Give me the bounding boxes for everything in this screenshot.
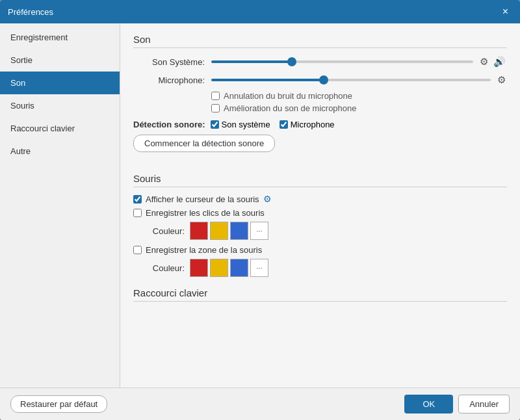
cursor-settings-icon[interactable]: ⚙: [263, 194, 272, 204]
sidebar-item-son[interactable]: Son: [0, 72, 120, 94]
color-more-button-2[interactable]: ···: [250, 259, 268, 277]
system-sound-icons: ⚙ 🔊: [478, 55, 507, 69]
microphone-check: Microphone: [280, 120, 335, 129]
system-sound-label: Son Système:: [133, 57, 205, 67]
footer-right: OK Annuler: [404, 395, 510, 413]
close-button[interactable]: ×: [499, 5, 512, 18]
color-more-button-1[interactable]: ···: [250, 222, 268, 240]
preferences-dialog: Préférences × Enregistrement Sortie Son …: [0, 0, 520, 420]
sidebar-item-raccourci[interactable]: Raccourci clavier: [0, 117, 120, 140]
mic-enhance-row: Amélioration du son de microphone: [211, 103, 507, 113]
son-section-title: Son: [133, 34, 507, 48]
show-cursor-label: Afficher le curseur de la souris: [146, 194, 259, 204]
system-sound-row: Son Système: ⚙ 🔊: [133, 55, 507, 69]
dialog-footer: Restaurer par défaut OK Annuler: [0, 387, 520, 420]
start-detection-button[interactable]: Commencer la détection sonore: [133, 135, 275, 152]
record-zone-checkbox[interactable]: [133, 246, 142, 254]
son-systeme-check: Son système: [211, 120, 270, 129]
dialog-title: Préférences: [8, 7, 53, 17]
color-swatch-red-2[interactable]: [190, 259, 208, 277]
cancel-button[interactable]: Annuler: [458, 395, 510, 413]
system-sound-slider-container: ⚙ 🔊: [211, 55, 507, 69]
record-zone-row: Enregistrer la zone de la souris: [133, 245, 507, 255]
ok-button[interactable]: OK: [404, 395, 453, 413]
color-swatch-yellow-2[interactable]: [210, 259, 228, 277]
microphone-settings-icon[interactable]: ⚙: [496, 73, 507, 87]
noise-cancel-label: Annulation du bruit du microphone: [224, 91, 352, 101]
show-cursor-row: Afficher le curseur de la souris ⚙: [133, 194, 507, 204]
content-area: Son Son Système: ⚙ 🔊 Microphone:: [120, 23, 520, 387]
color-label-2: Couleur:: [149, 263, 185, 273]
detection-label: Détection sonore:: [133, 120, 205, 129]
det-son-label: Son système: [222, 120, 270, 129]
color-row-2: Couleur: ···: [149, 259, 507, 277]
color-swatch-blue-2[interactable]: [230, 259, 248, 277]
mic-enhance-checkbox[interactable]: [211, 104, 220, 112]
microphone-icons: ⚙: [496, 73, 507, 87]
record-clicks-row: Enregistrer les clics de la souris: [133, 208, 507, 218]
noise-cancel-checkbox[interactable]: [211, 92, 220, 100]
record-clicks-label: Enregistrer les clics de la souris: [146, 208, 265, 218]
sidebar: Enregistrement Sortie Son Souris Raccour…: [0, 23, 120, 387]
raccourci-section-title: Raccourci clavier: [133, 287, 507, 302]
record-zone-label: Enregistrer la zone de la souris: [146, 245, 262, 255]
system-sound-settings-icon[interactable]: ⚙: [478, 55, 489, 69]
det-mic-label: Microphone: [291, 120, 335, 129]
restore-button[interactable]: Restaurer par défaut: [10, 395, 107, 413]
noise-cancel-row: Annulation du bruit du microphone: [211, 91, 507, 101]
microphone-row: Microphone: ⚙: [133, 73, 507, 87]
show-cursor-checkbox[interactable]: [133, 195, 142, 203]
color-swatch-yellow-1[interactable]: [210, 222, 228, 240]
system-sound-slider[interactable]: [211, 60, 473, 63]
dialog-body: Enregistrement Sortie Son Souris Raccour…: [0, 23, 520, 387]
souris-section-title: Souris: [133, 173, 507, 187]
sidebar-item-enregistrement[interactable]: Enregistrement: [0, 26, 120, 49]
color-swatch-red-1[interactable]: [190, 222, 208, 240]
det-mic-checkbox[interactable]: [280, 120, 288, 129]
microphone-slider-container: ⚙: [211, 73, 507, 87]
record-clicks-checkbox[interactable]: [133, 209, 142, 217]
mic-enhance-label: Amélioration du son de microphone: [224, 103, 357, 113]
color-row-1: Couleur: ···: [149, 222, 507, 240]
detection-row: Détection sonore: Son système Microphone: [133, 120, 507, 129]
sidebar-item-autre[interactable]: Autre: [0, 140, 120, 163]
system-sound-speaker-icon[interactable]: 🔊: [492, 55, 507, 69]
color-swatch-blue-1[interactable]: [230, 222, 248, 240]
det-son-checkbox[interactable]: [211, 120, 219, 129]
color-label-1: Couleur:: [149, 226, 185, 236]
microphone-slider[interactable]: [211, 79, 491, 81]
title-bar: Préférences ×: [0, 0, 520, 23]
sidebar-item-souris[interactable]: Souris: [0, 94, 120, 117]
sidebar-item-sortie[interactable]: Sortie: [0, 49, 120, 72]
microphone-label: Microphone:: [133, 75, 205, 85]
